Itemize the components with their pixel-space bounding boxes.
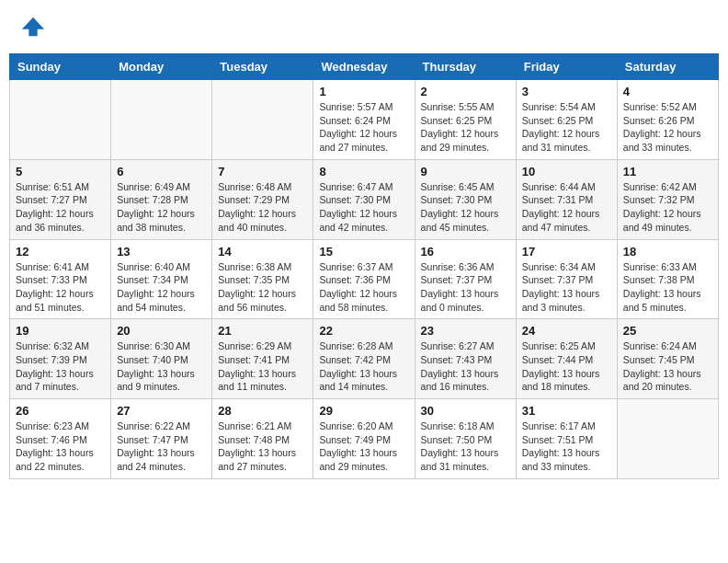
day-info: Sunrise: 6:37 AM Sunset: 7:36 PM Dayligh… [319, 260, 408, 315]
calendar-cell: 2Sunrise: 5:55 AM Sunset: 6:25 PM Daylig… [415, 80, 516, 160]
calendar-cell: 13Sunrise: 6:40 AM Sunset: 7:34 PM Dayli… [111, 239, 212, 319]
calendar-cell: 3Sunrise: 5:54 AM Sunset: 6:25 PM Daylig… [516, 80, 617, 160]
day-number: 24 [522, 324, 611, 338]
calendar-cell: 7Sunrise: 6:48 AM Sunset: 7:29 PM Daylig… [212, 159, 313, 239]
day-number: 19 [16, 324, 105, 338]
day-info: Sunrise: 5:57 AM Sunset: 6:24 PM Dayligh… [319, 100, 408, 155]
weekday-wednesday: Wednesday [313, 54, 415, 80]
day-info: Sunrise: 6:20 AM Sunset: 7:49 PM Dayligh… [319, 419, 408, 474]
day-number: 6 [117, 165, 206, 178]
header [9, 9, 719, 44]
day-info: Sunrise: 6:25 AM Sunset: 7:44 PM Dayligh… [522, 339, 611, 394]
day-number: 7 [218, 165, 307, 178]
day-number: 23 [421, 324, 510, 338]
day-number: 17 [522, 245, 611, 259]
day-number: 18 [623, 245, 712, 259]
calendar-cell [111, 80, 212, 160]
day-info: Sunrise: 6:30 AM Sunset: 7:40 PM Dayligh… [117, 339, 206, 394]
calendar-cell: 9Sunrise: 6:45 AM Sunset: 7:30 PM Daylig… [415, 159, 516, 239]
calendar-cell: 19Sunrise: 6:32 AM Sunset: 7:39 PM Dayli… [10, 319, 111, 399]
weekday-monday: Monday [111, 54, 212, 80]
calendar-cell: 28Sunrise: 6:21 AM Sunset: 7:48 PM Dayli… [212, 399, 313, 479]
calendar-cell: 22Sunrise: 6:28 AM Sunset: 7:42 PM Dayli… [313, 319, 415, 399]
calendar-cell: 24Sunrise: 6:25 AM Sunset: 7:44 PM Dayli… [516, 319, 617, 399]
day-info: Sunrise: 6:48 AM Sunset: 7:29 PM Dayligh… [218, 180, 307, 235]
day-info: Sunrise: 6:40 AM Sunset: 7:34 PM Dayligh… [117, 260, 206, 315]
day-info: Sunrise: 6:23 AM Sunset: 7:46 PM Dayligh… [16, 419, 105, 474]
calendar-cell: 10Sunrise: 6:44 AM Sunset: 7:31 PM Dayli… [516, 159, 617, 239]
calendar-cell [617, 399, 718, 479]
day-number: 26 [16, 404, 105, 418]
day-info: Sunrise: 5:55 AM Sunset: 6:25 PM Dayligh… [421, 100, 510, 155]
day-number: 13 [117, 245, 206, 259]
day-info: Sunrise: 6:45 AM Sunset: 7:30 PM Dayligh… [421, 180, 510, 235]
day-number: 5 [16, 165, 105, 178]
day-number: 8 [319, 165, 408, 178]
calendar-week-5: 26Sunrise: 6:23 AM Sunset: 7:46 PM Dayli… [10, 399, 719, 479]
calendar-cell [10, 80, 111, 160]
day-info: Sunrise: 6:17 AM Sunset: 7:51 PM Dayligh… [522, 419, 611, 474]
day-info: Sunrise: 6:41 AM Sunset: 7:33 PM Dayligh… [16, 260, 105, 315]
calendar-cell: 15Sunrise: 6:37 AM Sunset: 7:36 PM Dayli… [313, 239, 415, 319]
day-info: Sunrise: 6:32 AM Sunset: 7:39 PM Dayligh… [16, 339, 105, 394]
day-number: 4 [623, 85, 712, 98]
day-number: 16 [421, 245, 510, 259]
day-info: Sunrise: 6:28 AM Sunset: 7:42 PM Dayligh… [319, 339, 408, 394]
day-info: Sunrise: 6:21 AM Sunset: 7:48 PM Dayligh… [218, 419, 307, 474]
day-info: Sunrise: 6:33 AM Sunset: 7:38 PM Dayligh… [623, 260, 712, 315]
day-info: Sunrise: 5:54 AM Sunset: 6:25 PM Dayligh… [522, 100, 611, 155]
day-number: 25 [623, 324, 712, 338]
day-number: 29 [319, 404, 408, 418]
calendar-cell: 29Sunrise: 6:20 AM Sunset: 7:49 PM Dayli… [313, 399, 415, 479]
day-number: 11 [623, 165, 712, 178]
day-number: 1 [319, 85, 408, 98]
calendar-cell: 12Sunrise: 6:41 AM Sunset: 7:33 PM Dayli… [10, 239, 111, 319]
day-info: Sunrise: 6:47 AM Sunset: 7:30 PM Dayligh… [319, 180, 408, 235]
day-info: Sunrise: 6:22 AM Sunset: 7:47 PM Dayligh… [117, 419, 206, 474]
day-number: 31 [522, 404, 611, 418]
day-info: Sunrise: 6:18 AM Sunset: 7:50 PM Dayligh… [421, 419, 510, 474]
logo-icon [20, 14, 46, 40]
weekday-sunday: Sunday [10, 54, 111, 80]
calendar-week-3: 12Sunrise: 6:41 AM Sunset: 7:33 PM Dayli… [10, 239, 719, 319]
weekday-friday: Friday [516, 54, 617, 80]
day-info: Sunrise: 6:24 AM Sunset: 7:45 PM Dayligh… [623, 339, 712, 394]
calendar-cell: 8Sunrise: 6:47 AM Sunset: 7:30 PM Daylig… [313, 159, 415, 239]
day-info: Sunrise: 6:49 AM Sunset: 7:28 PM Dayligh… [117, 180, 206, 235]
calendar-cell: 4Sunrise: 5:52 AM Sunset: 6:26 PM Daylig… [617, 80, 718, 160]
calendar-cell: 16Sunrise: 6:36 AM Sunset: 7:37 PM Dayli… [415, 239, 516, 319]
calendar-cell: 5Sunrise: 6:51 AM Sunset: 7:27 PM Daylig… [10, 159, 111, 239]
day-number: 9 [421, 165, 510, 178]
day-number: 15 [319, 245, 408, 259]
svg-marker-0 [22, 17, 44, 37]
weekday-thursday: Thursday [415, 54, 516, 80]
day-number: 30 [421, 404, 510, 418]
calendar-cell: 14Sunrise: 6:38 AM Sunset: 7:35 PM Dayli… [212, 239, 313, 319]
day-info: Sunrise: 5:52 AM Sunset: 6:26 PM Dayligh… [623, 100, 712, 155]
calendar-cell [212, 80, 313, 160]
day-number: 12 [16, 245, 105, 259]
calendar-cell: 6Sunrise: 6:49 AM Sunset: 7:28 PM Daylig… [111, 159, 212, 239]
logo [18, 14, 46, 40]
day-number: 28 [218, 404, 307, 418]
calendar-week-4: 19Sunrise: 6:32 AM Sunset: 7:39 PM Dayli… [10, 319, 719, 399]
calendar-week-2: 5Sunrise: 6:51 AM Sunset: 7:27 PM Daylig… [10, 159, 719, 239]
day-number: 2 [421, 85, 510, 98]
calendar-cell: 11Sunrise: 6:42 AM Sunset: 7:32 PM Dayli… [617, 159, 718, 239]
day-number: 22 [319, 324, 408, 338]
calendar-week-1: 1Sunrise: 5:57 AM Sunset: 6:24 PM Daylig… [10, 80, 719, 160]
day-info: Sunrise: 6:38 AM Sunset: 7:35 PM Dayligh… [218, 260, 307, 315]
calendar-cell: 25Sunrise: 6:24 AM Sunset: 7:45 PM Dayli… [617, 319, 718, 399]
weekday-tuesday: Tuesday [212, 54, 313, 80]
calendar-cell: 21Sunrise: 6:29 AM Sunset: 7:41 PM Dayli… [212, 319, 313, 399]
calendar-cell: 30Sunrise: 6:18 AM Sunset: 7:50 PM Dayli… [415, 399, 516, 479]
day-number: 27 [117, 404, 206, 418]
calendar-cell: 18Sunrise: 6:33 AM Sunset: 7:38 PM Dayli… [617, 239, 718, 319]
calendar-cell: 17Sunrise: 6:34 AM Sunset: 7:37 PM Dayli… [516, 239, 617, 319]
day-info: Sunrise: 6:42 AM Sunset: 7:32 PM Dayligh… [623, 180, 712, 235]
day-info: Sunrise: 6:34 AM Sunset: 7:37 PM Dayligh… [522, 260, 611, 315]
day-info: Sunrise: 6:44 AM Sunset: 7:31 PM Dayligh… [522, 180, 611, 235]
day-info: Sunrise: 6:27 AM Sunset: 7:43 PM Dayligh… [421, 339, 510, 394]
day-number: 3 [522, 85, 611, 98]
calendar-cell: 1Sunrise: 5:57 AM Sunset: 6:24 PM Daylig… [313, 80, 415, 160]
